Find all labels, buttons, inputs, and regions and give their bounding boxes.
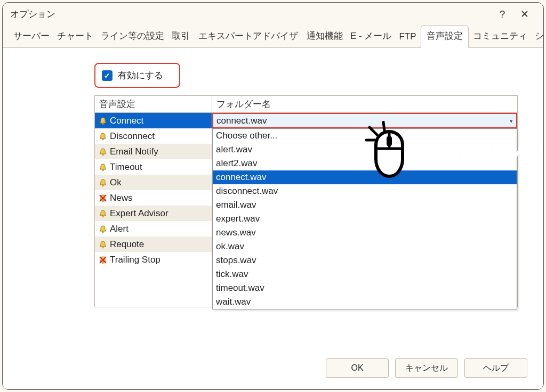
event-label: Ok xyxy=(110,177,122,188)
dropdown-item[interactable]: expert.wav xyxy=(213,212,517,226)
dialog-buttons: OK キャンセル ヘルプ xyxy=(326,358,527,378)
tab-5[interactable]: 通知機能 xyxy=(303,26,346,47)
svg-point-2 xyxy=(102,154,104,156)
bell-icon xyxy=(98,162,108,172)
tab-0[interactable]: サーバー xyxy=(10,26,53,47)
dropdown-item[interactable]: disconnect.wav xyxy=(213,184,517,198)
folder-dropdown[interactable]: Choose other...alert.wavalert2.wavconnec… xyxy=(212,128,517,309)
event-label: Email Notify xyxy=(110,146,158,157)
event-label: Requote xyxy=(110,239,144,250)
svg-point-9 xyxy=(102,231,104,233)
event-label: Alert xyxy=(110,224,129,234)
event-label: Connect xyxy=(110,116,143,126)
svg-point-1 xyxy=(102,138,104,140)
tab-9[interactable]: コミュニティ xyxy=(470,26,531,47)
dropdown-item[interactable]: alert.wav xyxy=(213,143,517,157)
dropdown-item[interactable]: Choose other... xyxy=(213,129,517,143)
svg-point-8 xyxy=(102,216,104,217)
column-folder[interactable]: フォルダー名 xyxy=(212,96,517,112)
svg-point-5 xyxy=(102,200,104,202)
tab-4[interactable]: エキスパートアドバイザ xyxy=(194,26,302,47)
sound-grid: 音声設定 フォルダー名 Connect Disconnect Email Not… xyxy=(94,95,518,307)
bell-icon xyxy=(98,224,108,234)
bell-muted-icon xyxy=(98,193,108,203)
help-button-bottom[interactable]: ヘルプ xyxy=(464,358,527,378)
bell-muted-icon xyxy=(98,255,108,265)
titlebar: オプション ? ✕ xyxy=(3,3,543,24)
event-row[interactable]: Ok xyxy=(95,175,212,190)
folder-value: connect.wav xyxy=(216,116,267,126)
event-label: News xyxy=(110,193,133,203)
enable-label: 有効にする xyxy=(118,69,163,81)
ok-button[interactable]: OK xyxy=(326,358,389,378)
event-row[interactable]: Email Notify xyxy=(95,144,212,159)
cancel-button[interactable]: キャンセル xyxy=(395,358,458,378)
bell-icon xyxy=(98,132,108,141)
dialog-title: オプション xyxy=(10,8,55,20)
svg-point-11 xyxy=(102,262,104,264)
tab-3[interactable]: 取引 xyxy=(168,26,193,47)
column-sound[interactable]: 音声設定 xyxy=(95,96,212,112)
enable-checkbox[interactable]: ✓ xyxy=(102,70,113,81)
dropdown-item[interactable]: stops.wav xyxy=(213,254,517,267)
bell-icon xyxy=(98,178,108,187)
bell-icon xyxy=(98,147,108,157)
svg-point-3 xyxy=(102,169,104,171)
dropdown-item[interactable]: connect.wav xyxy=(213,170,517,184)
event-row[interactable]: Requote xyxy=(95,236,212,252)
dropdown-item[interactable]: news.wav xyxy=(213,226,517,240)
bell-icon xyxy=(98,116,108,126)
bell-icon xyxy=(98,240,108,249)
svg-point-4 xyxy=(102,185,104,186)
event-label: Disconnect xyxy=(110,131,155,142)
dropdown-item[interactable]: ok.wav xyxy=(213,240,517,254)
close-button[interactable]: ✕ xyxy=(513,8,536,20)
event-row[interactable]: Alert xyxy=(95,221,212,236)
chevron-down-icon: ▾ xyxy=(510,117,513,124)
event-row[interactable]: Expert Advisor xyxy=(95,206,212,221)
bell-icon xyxy=(98,209,108,218)
tab-2[interactable]: ライン等の設定 xyxy=(98,26,167,47)
dropdown-item[interactable]: email.wav xyxy=(213,198,517,212)
help-button[interactable]: ? xyxy=(491,9,513,20)
event-row[interactable]: Trailing Stop xyxy=(95,252,212,267)
event-row[interactable]: News xyxy=(95,190,212,206)
event-row[interactable]: Timeout xyxy=(95,159,212,175)
enable-highlight: ✓ 有効にする xyxy=(94,63,180,88)
grid-body: Connect Disconnect Email Notify Timeout … xyxy=(95,113,517,307)
tab-1[interactable]: チャート xyxy=(54,26,97,47)
svg-point-10 xyxy=(102,247,104,248)
event-row[interactable]: Disconnect xyxy=(95,128,212,144)
event-row[interactable]: Connect xyxy=(95,113,212,128)
event-label: Timeout xyxy=(110,162,142,173)
tab-panel-sound: ✓ 有効にする 音声設定 フォルダー名 Connect Disconnect E… xyxy=(3,48,543,389)
tab-6[interactable]: E - メール xyxy=(347,26,395,47)
dropdown-item[interactable]: timeout.wav xyxy=(213,281,517,295)
events-column: Connect Disconnect Email Notify Timeout … xyxy=(95,113,212,307)
dropdown-item[interactable]: tick.wav xyxy=(213,267,517,281)
dropdown-item[interactable]: wait.wav xyxy=(213,295,517,309)
grid-header: 音声設定 フォルダー名 xyxy=(95,96,517,113)
dropdown-item[interactable]: alert2.wav xyxy=(213,157,517,170)
options-dialog: オプション ? ✕ サーバーチャートライン等の設定取引エキスパートアドバイザ通知… xyxy=(2,2,544,390)
event-label: Trailing Stop xyxy=(110,255,160,265)
event-label: Expert Advisor xyxy=(110,208,168,219)
tab-7[interactable]: FTP xyxy=(396,27,419,47)
tab-bar: サーバーチャートライン等の設定取引エキスパートアドバイザ通知機能E - メールF… xyxy=(3,24,543,48)
folder-value-cell[interactable]: connect.wav ▾ xyxy=(212,113,517,128)
tab-8[interactable]: 音声設定 xyxy=(421,25,469,48)
svg-point-0 xyxy=(102,123,104,125)
tab-10[interactable]: シグナル xyxy=(532,26,544,47)
